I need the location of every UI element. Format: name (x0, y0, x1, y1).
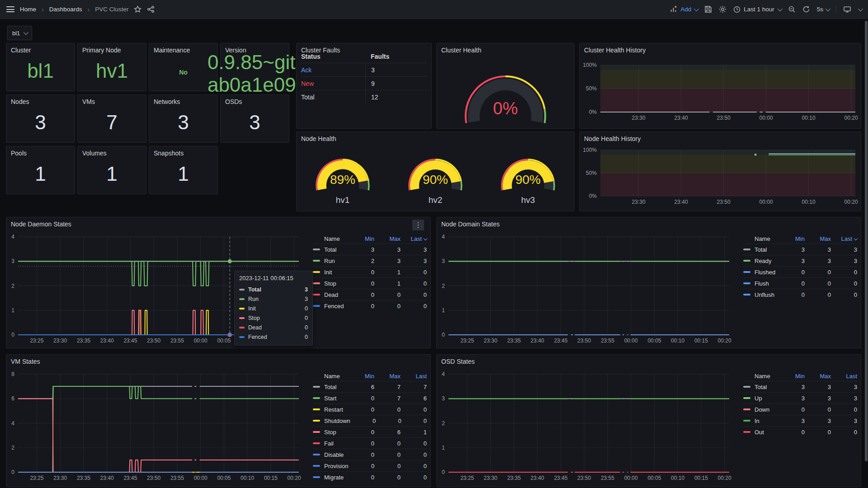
toolbar-divider (836, 5, 836, 14)
legend-row[interactable]: Down 0 0 0 (743, 404, 857, 415)
legend-row[interactable]: Provision 0 0 0 (313, 460, 427, 471)
series-name: Flush (755, 280, 769, 287)
refresh-icon[interactable] (802, 5, 810, 13)
svg-text:00:05: 00:05 (217, 475, 231, 481)
legend-row[interactable]: In 3 3 3 (743, 415, 857, 426)
legend-col-name[interactable]: Name (313, 373, 348, 380)
legend-row[interactable]: Unflush 0 0 0 (743, 289, 857, 300)
series-last: 1 (401, 429, 427, 436)
legend-col-name[interactable]: Name (313, 235, 348, 242)
panel-title[interactable]: VM States (6, 355, 430, 365)
svg-text:00:00: 00:00 (624, 475, 638, 481)
svg-text:23:50: 23:50 (147, 475, 160, 481)
breadcrumb-home[interactable]: Home (20, 6, 36, 13)
menu-icon[interactable] (6, 6, 14, 12)
svg-text:0: 0 (442, 332, 445, 338)
legend-row[interactable]: Up 3 3 3 (743, 392, 857, 404)
variable-selector-cluster[interactable]: bl1 (7, 26, 32, 40)
series-max: 0 (805, 429, 831, 436)
fault-status[interactable]: New (301, 80, 365, 87)
legend-row[interactable]: Run 2 3 3 (313, 255, 427, 266)
vm-states-chart[interactable]: 0246823:2523:3023:3523:4023:4523:5023:55… (6, 368, 305, 485)
add-button[interactable]: Add (670, 5, 698, 13)
panel-title[interactable]: Node Domain States (437, 217, 861, 228)
series-last: 0 (831, 406, 857, 413)
legend-row[interactable]: Flushed 0 0 0 (743, 266, 857, 277)
panel-title[interactable]: Cluster Health History (580, 43, 861, 54)
legend-row[interactable]: Stop 0 1 0 (313, 277, 427, 289)
legend-col-last[interactable]: Last (831, 373, 857, 380)
legend-row[interactable]: Ready 3 3 3 (743, 255, 857, 266)
legend-col-min[interactable]: Min (348, 373, 374, 380)
series-min: 3 (778, 395, 805, 402)
svg-text:23:40: 23:40 (100, 475, 114, 481)
legend-row[interactable]: Total 3 3 3 (313, 244, 427, 255)
legend-row[interactable]: Restart 0 0 0 (313, 404, 427, 415)
legend-row[interactable]: Total 3 3 3 (743, 244, 857, 255)
cluster-health-history-chart[interactable]: 0%50%100%23:3023:4023:5000:0000:1000:20 (580, 54, 861, 127)
series-min: 0 (348, 269, 374, 276)
legend-col-max[interactable]: Max (374, 235, 401, 242)
tv-mode-icon[interactable] (843, 5, 851, 13)
breadcrumb-dashboards[interactable]: Dashboards (49, 6, 82, 13)
panel-title[interactable]: Node Health (297, 132, 574, 142)
legend-col-min[interactable]: Min (348, 235, 374, 242)
legend-row[interactable]: Flush 0 0 0 (743, 277, 857, 289)
svg-text:23:50: 23:50 (577, 338, 591, 344)
panel-menu-icon[interactable]: ⋮ (412, 220, 424, 230)
svg-text:23:30: 23:30 (53, 475, 67, 481)
panel-title[interactable]: Cluster Health (437, 43, 574, 54)
legend-col-max[interactable]: Max (805, 235, 831, 242)
legend-row[interactable]: Stop 0 6 1 (313, 426, 427, 437)
svg-text:23:40: 23:40 (675, 115, 688, 121)
series-name: Out (755, 429, 764, 436)
legend-col-name[interactable]: Name (743, 235, 778, 242)
node-health-history-chart[interactable]: 0%50%100%23:3023:4023:5000:0000:1000:20 (580, 143, 861, 211)
legend-row[interactable]: Total 6 7 7 (313, 381, 427, 392)
legend-row[interactable]: Out 0 0 0 (743, 426, 857, 437)
chevron-down-icon[interactable] (858, 6, 863, 11)
share-icon[interactable] (147, 5, 155, 13)
panel-title[interactable]: OSD States (437, 355, 861, 365)
refresh-interval-picker[interactable]: 5s (817, 6, 829, 13)
legend-col-min[interactable]: Min (778, 373, 805, 380)
svg-text:0: 0 (11, 469, 14, 475)
legend-col-max[interactable]: Max (805, 373, 831, 380)
legend-row[interactable]: Migrate 0 0 0 (313, 471, 427, 483)
legend-row[interactable]: Fenced 0 0 0 (313, 300, 427, 311)
zoom-out-icon[interactable] (788, 5, 796, 13)
node-domain-states-chart[interactable]: 0123423:2523:3023:3523:4023:4523:5023:55… (437, 231, 735, 347)
legend-row[interactable]: Disable 0 0 0 (313, 449, 427, 460)
legend-col-max[interactable]: Max (374, 373, 401, 380)
legend-row[interactable]: Dead 0 0 0 (313, 289, 427, 300)
panel-title[interactable]: Node Health History (580, 132, 861, 142)
star-icon[interactable] (134, 5, 142, 13)
time-range-picker[interactable]: Last 1 hour (733, 6, 781, 13)
panel-title[interactable]: Node Daemon States (6, 217, 430, 228)
legend-col-last[interactable]: Last (831, 235, 857, 242)
page-scrollbar[interactable] (865, 21, 868, 461)
legend-col-last[interactable]: Last (401, 235, 427, 242)
legend-col-min[interactable]: Min (778, 235, 805, 242)
series-color-swatch (743, 294, 750, 296)
osd-states-chart[interactable]: 0123423:2523:3023:3523:4023:4523:5023:55… (437, 368, 735, 485)
series-name: Migrate (324, 474, 344, 481)
series-value: 0 (305, 315, 308, 321)
svg-text:100%: 100% (583, 147, 597, 153)
save-dashboard-icon[interactable] (704, 5, 712, 13)
legend-row[interactable]: Shutdown 0 0 0 (313, 415, 427, 426)
chevron-down-icon (826, 6, 830, 11)
sort-desc-icon (424, 236, 427, 240)
legend-row[interactable]: Start 0 7 6 (313, 392, 427, 404)
legend-col-last[interactable]: Last (401, 373, 427, 380)
stat-panel-value: 1 (78, 154, 146, 194)
legend-row[interactable]: Fail 0 0 0 (313, 437, 427, 449)
svg-text:4: 4 (11, 234, 14, 240)
fault-status[interactable]: Total (301, 94, 365, 101)
legend-row[interactable]: Total 3 3 3 (743, 381, 857, 392)
legend-row[interactable]: Init 0 1 0 (313, 266, 427, 277)
dashboard-settings-icon[interactable] (719, 5, 726, 13)
legend-col-name[interactable]: Name (743, 373, 778, 380)
fault-status[interactable]: Ack (301, 66, 365, 74)
series-name: Dead (248, 324, 301, 331)
